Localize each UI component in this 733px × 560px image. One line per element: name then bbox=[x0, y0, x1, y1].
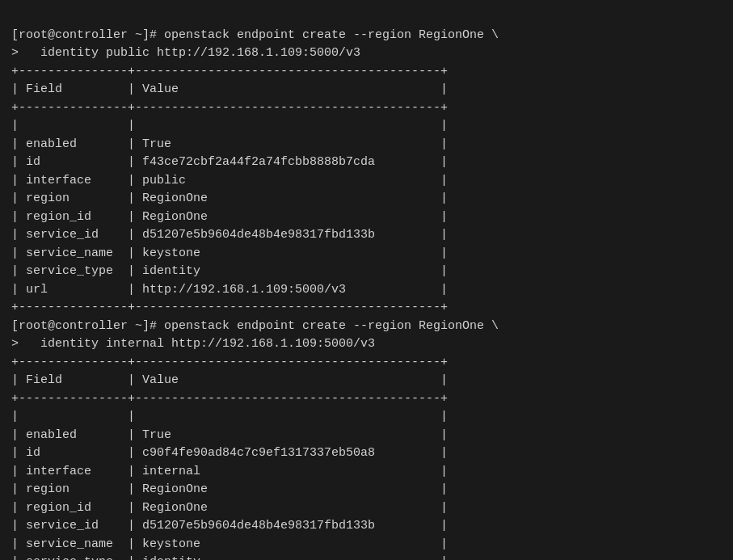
table-header-2: | Field | Value | bbox=[11, 372, 722, 390]
table-row-2-8: | service_type | identity | bbox=[11, 554, 722, 560]
table-row-2-2: | id | c90f4fe90ad84c7c9ef1317337eb50a8 … bbox=[11, 444, 722, 463]
table-mid-divider-1: +---------------+-----------------------… bbox=[11, 99, 722, 118]
table-row-2-1: | enabled | True | bbox=[11, 427, 722, 445]
prompt-line-1: [root@controller ~]# openstack endpoint … bbox=[11, 27, 722, 45]
table-empty-row-1: | | | bbox=[11, 117, 722, 136]
terminal-window: [root@controller ~]# openstack endpoint … bbox=[11, 8, 722, 560]
table-row-1-7: | service_name | keystone | bbox=[11, 245, 722, 263]
table-mid-divider-2: +---------------+-----------------------… bbox=[11, 390, 722, 409]
table-top-divider-2: +---------------+-----------------------… bbox=[11, 354, 722, 373]
table-row-1-5: | region_id | RegionOne | bbox=[11, 208, 722, 227]
continuation-line-1: > identity public http://192.168.1.109:5… bbox=[11, 44, 722, 63]
table-row-1-2: | id | f43ce72cbf2a44f2a74fcbb8888b7cda … bbox=[11, 154, 722, 172]
table-row-2-4: | region | RegionOne | bbox=[11, 481, 722, 499]
table-top-divider-1: +---------------+-----------------------… bbox=[11, 63, 722, 82]
table-header-1: | Field | Value | bbox=[11, 81, 722, 99]
table-row-1-1: | enabled | True | bbox=[11, 136, 722, 154]
table-row-1-9: | url | http://192.168.1.109:5000/v3 | bbox=[11, 281, 722, 300]
table-row-1-4: | region | RegionOne | bbox=[11, 190, 722, 208]
table-row-2-5: | region_id | RegionOne | bbox=[11, 499, 722, 518]
table-row-2-6: | service_id | d51207e5b9604de48b4e98317… bbox=[11, 517, 722, 536]
table-row-1-3: | interface | public | bbox=[11, 172, 722, 191]
table-empty-row-2: | | | bbox=[11, 408, 722, 427]
table-bot-divider-1: +---------------+-----------------------… bbox=[11, 299, 722, 318]
continuation-line-2: > identity internal http://192.168.1.109… bbox=[11, 335, 722, 354]
table-row-1-8: | service_type | identity | bbox=[11, 263, 722, 281]
table-row-2-3: | interface | internal | bbox=[11, 463, 722, 482]
prompt-line-2: [root@controller ~]# openstack endpoint … bbox=[11, 318, 722, 336]
table-row-2-7: | service_name | keystone | bbox=[11, 536, 722, 554]
table-row-1-6: | service_id | d51207e5b9604de48b4e98317… bbox=[11, 226, 722, 245]
